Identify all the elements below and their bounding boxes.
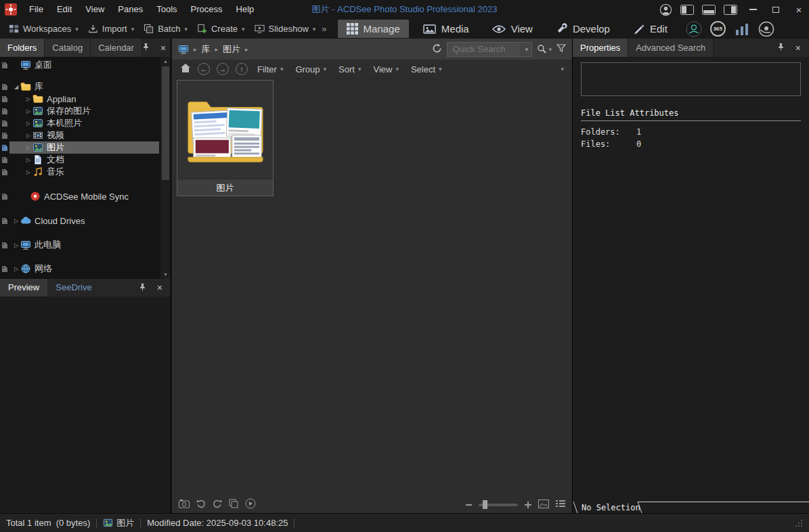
- quick-tag-icon[interactable]: [0, 169, 9, 176]
- tree-item-saved-pictures[interactable]: ▷保存的图片: [0, 105, 171, 117]
- group-menu-button[interactable]: Group▾: [292, 64, 329, 74]
- quick-tag-icon[interactable]: [0, 156, 9, 164]
- mode-tab-develop[interactable]: Develop: [547, 20, 619, 38]
- expand-arrow-icon[interactable]: ▷: [24, 133, 32, 139]
- slideshow-button[interactable]: Slideshow ▾: [250, 20, 321, 38]
- expand-arrow-icon[interactable]: ▷: [12, 218, 20, 224]
- sort-menu-button[interactable]: Sort▾: [336, 64, 364, 74]
- menu-file[interactable]: File: [22, 0, 50, 19]
- tab-folders[interactable]: Folders: [0, 39, 45, 57]
- tree-item-local-photos[interactable]: ▷本机照片: [0, 117, 171, 129]
- view-menu-button[interactable]: View▾: [370, 64, 401, 74]
- expand-arrow-icon[interactable]: ▷: [12, 242, 20, 248]
- quick-tag-icon[interactable]: [0, 265, 9, 273]
- filter-funnel-icon[interactable]: [556, 43, 566, 55]
- close-panel-icon[interactable]: ×: [795, 43, 801, 53]
- slideshow-play-icon[interactable]: [245, 498, 256, 511]
- community-icon[interactable]: [686, 21, 702, 37]
- tree-item-desktop[interactable]: 桌面: [0, 59, 171, 71]
- create-button[interactable]: Create ▾: [192, 20, 250, 38]
- quick-tag-icon[interactable]: [0, 120, 9, 127]
- quick-tag-icon[interactable]: [0, 132, 9, 139]
- workspaces-button[interactable]: Workspaces ▾: [4, 20, 83, 38]
- acdsee-365-icon[interactable]: 365: [710, 21, 726, 37]
- toolbar-overflow-icon[interactable]: »: [322, 24, 326, 34]
- pin-icon[interactable]: [139, 283, 146, 293]
- computer-icon[interactable]: [178, 44, 189, 55]
- minimize-button[interactable]: [743, 0, 763, 19]
- menu-help[interactable]: Help: [229, 0, 261, 19]
- maximize-button[interactable]: [766, 0, 786, 19]
- scrollbar-thumb[interactable]: [162, 66, 169, 180]
- mode-tab-edit[interactable]: Edit: [624, 20, 676, 38]
- quick-tag-icon[interactable]: [0, 217, 9, 225]
- up-icon[interactable]: ↑: [236, 63, 248, 75]
- tree-item-libraries[interactable]: ◢库: [0, 81, 171, 93]
- expand-arrow-icon[interactable]: ▷: [24, 96, 32, 102]
- quick-tag-icon[interactable]: [0, 144, 9, 152]
- pin-icon[interactable]: [142, 43, 150, 53]
- quick-tag-icon[interactable]: [0, 83, 9, 91]
- tab-advanced-search[interactable]: Advanced Search: [628, 39, 714, 57]
- camera-acquire-icon[interactable]: [179, 499, 190, 510]
- menu-view[interactable]: View: [79, 0, 111, 19]
- seedrive-eye-icon[interactable]: [758, 21, 774, 37]
- tree-scrollbar[interactable]: ▴ ▾: [160, 57, 171, 279]
- copy-icon[interactable]: [229, 499, 238, 510]
- expand-arrow-icon[interactable]: ◢: [12, 84, 20, 90]
- view-mode-list-icon[interactable]: [556, 500, 565, 510]
- quick-tag-icon[interactable]: [0, 95, 9, 103]
- expand-arrow-icon[interactable]: ▷: [12, 266, 20, 272]
- back-icon[interactable]: ←: [198, 63, 210, 75]
- tree-item-network[interactable]: ▷网络: [0, 263, 171, 275]
- import-button[interactable]: Import ▾: [83, 20, 139, 38]
- quick-search-input[interactable]: [447, 44, 521, 54]
- tree-item-pictures[interactable]: ▷图片: [0, 141, 171, 154]
- rotate-left-icon[interactable]: [196, 499, 206, 510]
- home-icon[interactable]: [180, 63, 191, 75]
- tab-seedrive[interactable]: SeeDrive: [47, 279, 100, 296]
- forward-icon[interactable]: →: [217, 63, 229, 75]
- tree-item-cloud-drives[interactable]: ▷Cloud Drives: [0, 215, 171, 227]
- scroll-down-icon[interactable]: ▾: [160, 270, 171, 279]
- thumbnail-size-icon[interactable]: [538, 500, 549, 510]
- zoom-slider[interactable]: [479, 504, 518, 506]
- menu-tools[interactable]: Tools: [150, 0, 183, 19]
- resize-grip-icon[interactable]: [794, 518, 803, 527]
- quick-tag-icon[interactable]: [0, 62, 9, 69]
- layout-left-pane-icon[interactable]: [678, 2, 697, 17]
- dashboard-bars-icon[interactable]: [734, 21, 750, 37]
- tree-item-documents[interactable]: ▷文档: [0, 154, 171, 166]
- folder-tile[interactable]: 图片: [177, 80, 274, 196]
- filter-menu-button[interactable]: Filter▾: [255, 64, 286, 74]
- zoom-in-icon[interactable]: [525, 502, 531, 508]
- acdsee-app-icon[interactable]: [5, 3, 17, 16]
- menu-panes[interactable]: Panes: [111, 0, 150, 19]
- more-options-icon[interactable]: ▾: [561, 66, 564, 72]
- quick-tag-icon[interactable]: [0, 193, 9, 200]
- select-menu-button[interactable]: Select▾: [408, 64, 445, 74]
- file-list[interactable]: 图片: [172, 79, 572, 496]
- quick-tag-icon[interactable]: [0, 108, 9, 115]
- mode-tab-media[interactable]: Media: [414, 20, 478, 38]
- scroll-up-icon[interactable]: ▴: [160, 57, 171, 66]
- tab-calendar[interactable]: Calendar: [91, 39, 142, 57]
- tree-item-mobile-sync[interactable]: ACDSee Mobile Sync: [0, 190, 171, 202]
- quick-search-box[interactable]: ▾: [447, 42, 532, 57]
- breadcrumb-arrow-icon[interactable]: ▸: [215, 46, 219, 53]
- mode-tab-view[interactable]: View: [483, 20, 542, 38]
- breadcrumb-library[interactable]: 库: [202, 43, 211, 56]
- breadcrumb-folder[interactable]: 图片: [223, 43, 240, 56]
- expand-arrow-icon[interactable]: ▷: [24, 108, 32, 114]
- batch-button[interactable]: Batch ▾: [139, 20, 192, 38]
- refresh-icon[interactable]: [432, 43, 442, 56]
- layout-right-pane-icon[interactable]: [721, 2, 740, 17]
- quick-tag-icon[interactable]: [0, 242, 9, 249]
- expand-arrow-icon[interactable]: ▷: [24, 157, 32, 163]
- tree-item-videos[interactable]: ▷视频: [0, 129, 171, 141]
- search-dropdown-icon[interactable]: ▾: [521, 43, 531, 56]
- mode-tab-manage[interactable]: Manage: [338, 20, 409, 38]
- tree-item-applian[interactable]: ▷Applian: [0, 93, 171, 105]
- layout-bottom-pane-icon[interactable]: [699, 2, 718, 17]
- close-panel-icon[interactable]: ×: [160, 43, 166, 53]
